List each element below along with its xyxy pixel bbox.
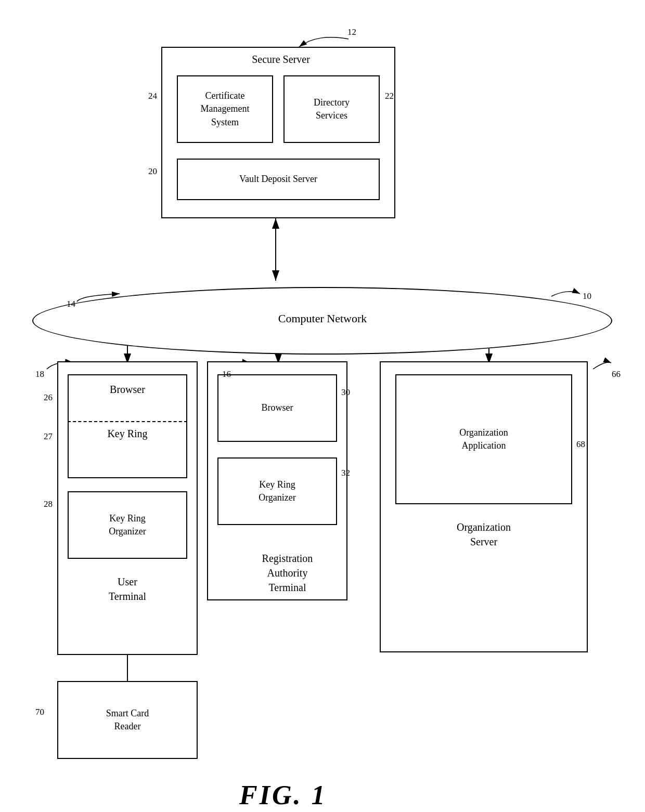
figure-label: FIG. 1 [239,780,327,810]
user-terminal-label: User Terminal [86,574,169,604]
ref-10: 10 [583,291,591,302]
ref-30: 30 [341,387,350,398]
ref-26: 26 [44,392,53,403]
browser-user-label: Browser [96,382,159,397]
cert-mgmt-box: Certificate Management System [177,75,273,143]
org-application-label: Organization Application [459,426,508,452]
keyring-organizer-user-label: Key Ring Organizer [109,512,146,538]
ref-70: 70 [35,707,44,717]
ref-24: 24 [148,91,157,101]
browser-ra-box: Browser [217,374,337,442]
secure-server-label: Secure Server [224,52,338,67]
smart-card-reader-box: Smart Card Reader [57,681,198,759]
ref-22: 22 [385,91,394,101]
ref-28: 28 [44,499,53,509]
ref-32: 32 [341,468,350,478]
dir-services-label: Directory Services [314,96,350,122]
ref-16: 16 [222,369,231,379]
smart-card-reader-label: Smart Card Reader [106,707,149,733]
ref-20: 20 [148,166,157,177]
ref-27: 27 [44,431,53,442]
vault-deposit-box: Vault Deposit Server [177,159,380,200]
ra-terminal-label: Registration Authority Terminal [224,551,351,595]
keyring-user-label: Key Ring [96,426,159,441]
ref-12: 12 [347,27,356,37]
org-server-label: Organization Server [416,520,551,549]
vault-deposit-label: Vault Deposit Server [239,173,317,186]
ref-68: 68 [576,439,585,450]
keyring-organizer-ra-box: Key Ring Organizer [217,457,337,525]
dir-services-box: Directory Services [283,75,380,143]
org-application-box: Organization Application [395,374,572,504]
ref-18: 18 [35,369,44,379]
computer-network-label: Computer Network [218,311,427,327]
ref-66: 66 [612,369,621,379]
browser-keyring-divider [68,421,187,422]
keyring-organizer-ra-label: Key Ring Organizer [259,478,296,504]
keyring-organizer-user-box: Key Ring Organizer [68,491,187,559]
ref-14: 14 [67,299,75,309]
browser-ra-label: Browser [262,401,293,414]
cert-mgmt-label: Certificate Management System [201,89,250,129]
